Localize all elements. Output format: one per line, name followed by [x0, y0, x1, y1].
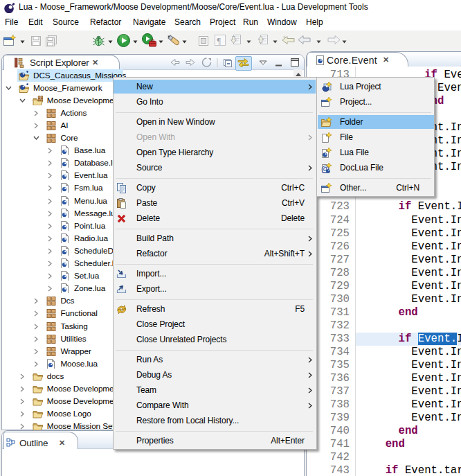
svg-text:¶: ¶ — [217, 36, 222, 46]
